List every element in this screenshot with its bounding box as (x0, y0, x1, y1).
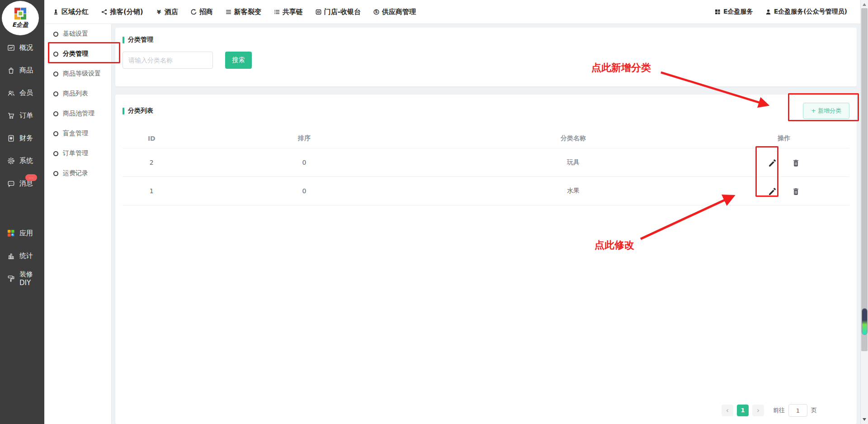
submenu-item-goods-level[interactable]: 商品等级设置 (44, 64, 111, 84)
sidebar-item-messages[interactable]: 消息 ... (0, 172, 44, 195)
topbar-menu: 区域分红 推客(分销) ¥ (52, 8, 416, 16)
diy-roller-icon (7, 274, 15, 283)
scroll-up-arrow-icon[interactable] (863, 3, 866, 6)
topbar-item-hotel[interactable]: ¥ 酒店 (156, 8, 178, 16)
search-button[interactable]: 搜索 (225, 52, 252, 69)
submenu-item-goods-list[interactable]: 商品列表 (44, 84, 111, 104)
vertical-scrollbar[interactable] (860, 0, 868, 424)
goods-icon (7, 66, 15, 75)
svg-text:S: S (375, 10, 378, 14)
sidebar-item-label: 系统 (19, 157, 33, 165)
delete-button[interactable] (791, 158, 801, 167)
pagination: ‹ 1 › 前往 页 (722, 404, 817, 417)
submenu-item-label: 商品等级设置 (63, 70, 101, 78)
primary-nav: 概况 商品 会员 (0, 36, 44, 290)
cell-id: 2 (123, 148, 181, 177)
submenu-item-label: 分类管理 (63, 50, 88, 58)
sidebar-item-finance[interactable]: ¥ 财务 (0, 127, 44, 149)
cell-name: 玩具 (428, 148, 718, 177)
scrollbar-thumb[interactable] (861, 8, 868, 351)
title-marker (123, 108, 124, 114)
grid-icon (714, 9, 721, 15)
topbar-item-investment[interactable]: 招商 (190, 8, 213, 16)
sidebar-item-orders[interactable]: 订单 (0, 104, 44, 127)
sidebar-item-diy[interactable]: 装修DIY (0, 267, 44, 290)
sidebar-item-system[interactable]: 系统 (0, 149, 44, 172)
title-marker (123, 37, 124, 43)
column-header-id: ID (123, 129, 181, 148)
sidebar-item-members[interactable]: 会员 (0, 81, 44, 104)
scrollbar-marker (862, 309, 867, 334)
card-title-text: 分类列表 (128, 107, 153, 115)
account-menu[interactable]: E企盈服务(公众号管理员) (765, 8, 847, 16)
sidebar-item-statistics[interactable]: 统计 (0, 244, 44, 267)
table-row: 2 0 玩具 (123, 148, 849, 177)
topbar-item-region-bonus[interactable]: 区域分红 (52, 8, 89, 16)
topbar-item-supplier[interactable]: S 供应商管理 (373, 8, 416, 16)
finance-icon: ¥ (7, 134, 15, 143)
page-unit-label: 页 (811, 406, 817, 414)
radio-circle-icon (53, 111, 58, 116)
sidebar-item-label: 装修DIY (19, 270, 44, 287)
next-page-button[interactable]: › (752, 405, 764, 416)
apps-icon (7, 229, 15, 238)
radio-circle-icon (53, 71, 58, 76)
topbar-item-promoter[interactable]: 推客(分销) (101, 8, 143, 16)
sidebar-item-label: 财务 (19, 134, 33, 143)
service-switcher[interactable]: E企盈服务 (714, 8, 753, 16)
pawn-icon (52, 9, 59, 15)
edit-button[interactable] (767, 158, 777, 167)
radio-circle-icon (53, 171, 58, 176)
sidebar-item-apps[interactable]: 应用 (0, 222, 44, 244)
cell-sort: 0 (181, 148, 428, 177)
scroll-down-arrow-icon[interactable] (863, 418, 866, 421)
radio-circle-icon (53, 32, 58, 37)
trash-icon (792, 159, 800, 167)
app-logo[interactable]: E企盈 (0, 0, 44, 36)
app-root: E企盈 概况 商品 (0, 0, 868, 424)
recycle-icon (190, 9, 197, 15)
category-name-input[interactable] (123, 52, 213, 69)
page-number-button[interactable]: 1 (737, 405, 749, 416)
user-icon (765, 9, 772, 15)
submenu-item-blindbox[interactable]: 盲盒管理 (44, 124, 111, 143)
topbar-item-sharechain[interactable]: 共享链 (274, 8, 303, 16)
topbar-item-fission[interactable]: 新客裂变 (225, 8, 261, 16)
topbar-right: E企盈服务 E企盈服务(公众号管理员) (714, 8, 847, 16)
submenu-item-label: 商品列表 (63, 90, 88, 98)
submenu-item-label: 订单管理 (63, 149, 88, 157)
pencil-icon (768, 159, 776, 167)
sidebar-item-overview[interactable]: 概况 (0, 36, 44, 59)
radio-circle-icon (53, 91, 58, 96)
svg-text:¥: ¥ (157, 9, 161, 15)
edit-button[interactable] (767, 186, 777, 196)
menu-lines-icon (225, 9, 232, 15)
message-icon (7, 179, 15, 188)
topbar-item-label: 招商 (199, 8, 213, 16)
radio-circle-icon (53, 131, 58, 136)
submenu-item-category-management[interactable]: 分类管理 (44, 44, 111, 64)
secondary-sidebar: 基础设置 分类管理 商品等级设置 商品列表 (44, 24, 112, 424)
table-header-row: ID 排序 分类名称 操作 (123, 129, 849, 148)
submenu-item-goods-pool[interactable]: 商品池管理 (44, 104, 111, 124)
sidebar-item-label: 会员 (19, 89, 33, 97)
submenu-item-basic-settings[interactable]: 基础设置 (44, 24, 111, 44)
topbar-item-store-cashier[interactable]: 门店-收银台 (315, 8, 361, 16)
goto-page-input[interactable] (788, 404, 807, 417)
delete-button[interactable] (791, 186, 801, 196)
list-icon (274, 9, 280, 15)
card-title: 分类列表 (123, 107, 153, 115)
submenu-item-freight-records[interactable]: 运费记录 (44, 163, 111, 183)
add-category-button[interactable]: + 新增分类 (803, 103, 849, 119)
radio-circle-icon (53, 151, 58, 156)
s-circle-icon: S (373, 9, 380, 15)
submenu-item-order-management[interactable]: 订单管理 (44, 143, 111, 163)
sidebar-item-goods[interactable]: 商品 (0, 59, 44, 81)
overview-icon (7, 43, 15, 52)
table-row: 1 0 水果 (123, 177, 849, 205)
prev-page-button[interactable]: ‹ (722, 405, 733, 416)
topbar-item-label: 门店-收银台 (324, 8, 361, 16)
sidebar-item-label: 概况 (19, 43, 33, 52)
topbar-item-label: 区域分红 (61, 8, 89, 16)
category-table: ID 排序 分类名称 操作 2 0 玩具 (123, 129, 849, 205)
